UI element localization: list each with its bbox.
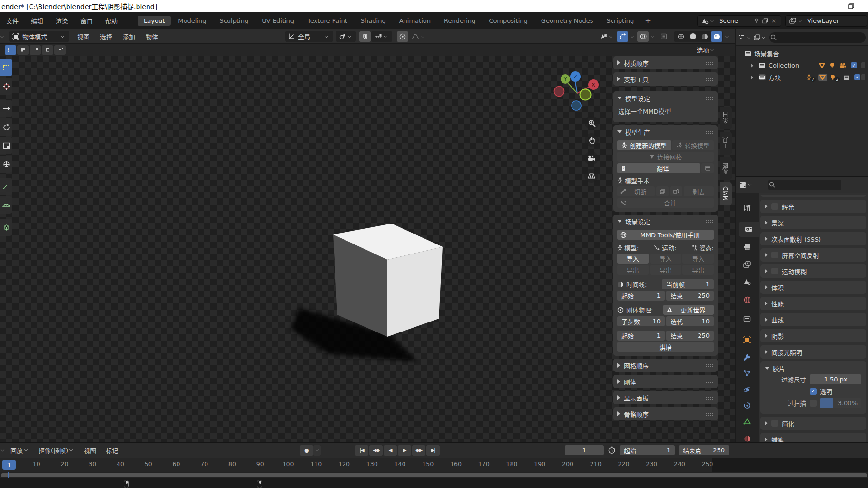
transparent-checkbox[interactable]: ✓: [810, 388, 817, 395]
npanel-tab[interactable]: 工具: [720, 132, 732, 155]
outliner-display-mode-dropdown[interactable]: [739, 32, 752, 43]
cube-checkbox[interactable]: ✓: [854, 74, 860, 80]
mesh-data-icon[interactable]: [819, 63, 825, 68]
topbar-menu-item[interactable]: 编辑: [25, 16, 49, 25]
auto-keyframe-clock-icon[interactable]: [608, 446, 616, 454]
select-mode-invert-button[interactable]: [42, 45, 53, 55]
mmd-manual-button[interactable]: MMD Tools/使用手册: [617, 230, 714, 240]
shading-material-button[interactable]: [699, 31, 710, 42]
tab-constraints[interactable]: [736, 398, 759, 413]
convert-model-button[interactable]: 转换模型: [672, 140, 714, 150]
camera-view-button[interactable]: [584, 151, 598, 165]
gizmo-neg-x-axis[interactable]: [554, 87, 564, 97]
tab-collection[interactable]: [736, 311, 759, 326]
options-dropdown[interactable]: 选项: [697, 45, 715, 54]
properties-panel-row[interactable]: 阴影: [760, 329, 866, 342]
separate-icon-button[interactable]: [670, 186, 682, 196]
npanel-tab[interactable]: 条目: [720, 107, 732, 129]
record-button[interactable]: ●: [300, 445, 313, 456]
pin-icon[interactable]: [752, 17, 761, 25]
workspace-tab[interactable]: Sculpting: [213, 16, 255, 26]
tab-object[interactable]: [736, 332, 759, 347]
filter-size-field[interactable]: 1.50 px: [810, 374, 861, 384]
transport-button[interactable]: ◀: [384, 445, 397, 456]
timeline-ruler[interactable]: 1102030405060708090100110120130140150160…: [0, 458, 868, 472]
playback-menu[interactable]: 回放: [6, 446, 34, 455]
shading-wireframe-button[interactable]: [675, 31, 687, 42]
add-workspace-button[interactable]: +: [641, 17, 655, 25]
mmd-collapsed-panel[interactable]: 变形工具: [613, 72, 718, 86]
panel-header-model-production[interactable]: 模型生产: [617, 127, 714, 137]
pivot-point-dropdown[interactable]: [336, 31, 356, 42]
overscan-slider[interactable]: 3.00%: [820, 398, 861, 408]
drag-dots-icon[interactable]: [706, 78, 714, 81]
translate-button[interactable]: ? 翻译: [617, 163, 700, 173]
expand-icon[interactable]: [751, 64, 754, 68]
shading-dropdown[interactable]: [723, 31, 730, 42]
transport-button[interactable]: |◀: [355, 445, 368, 456]
drag-dots-icon[interactable]: [706, 396, 714, 400]
tool-scale[interactable]: [0, 137, 12, 154]
topbar-menu-item[interactable]: 渲染: [49, 16, 74, 25]
tool-measure[interactable]: [0, 196, 12, 214]
workspace-tab-active[interactable]: Layout: [138, 16, 171, 26]
properties-panel-row[interactable]: 简化: [760, 417, 866, 430]
scene-selector[interactable]: Scene ×: [697, 15, 781, 27]
overscan-checkbox[interactable]: [810, 400, 817, 407]
import-pose-button[interactable]: 导入: [682, 254, 714, 264]
properties-editor-type-dropdown[interactable]: [739, 180, 753, 190]
workspace-tab[interactable]: Shading: [355, 16, 392, 26]
import-model-button[interactable]: 导入: [617, 254, 649, 264]
transport-button[interactable]: ◀◆: [369, 445, 383, 456]
frame-start-field[interactable]: 起始1: [620, 445, 675, 455]
xray-toggle[interactable]: [658, 31, 670, 42]
properties-panel-row[interactable]: 辉光: [760, 200, 866, 213]
properties-search-input[interactable]: [768, 180, 841, 190]
transport-button[interactable]: ▶: [398, 445, 411, 456]
chop-button[interactable]: 切断: [617, 186, 655, 196]
mmd-collapsed-panel[interactable]: 显示面板: [613, 391, 718, 404]
properties-panel-row[interactable]: 间接光照明: [760, 345, 866, 359]
tab-scene[interactable]: [736, 274, 759, 289]
new-scene-icon[interactable]: [761, 17, 769, 25]
snap-target-dropdown[interactable]: [371, 31, 392, 42]
editor-type-chevron-icon[interactable]: [0, 34, 4, 37]
tool-transform[interactable]: [0, 156, 12, 173]
select-mode-intersect-button[interactable]: [54, 45, 66, 55]
proportional-editing-toggle[interactable]: [397, 31, 408, 42]
properties-panel-row[interactable]: 屏幕空间反射: [760, 248, 866, 262]
iterations-field[interactable]: 迭代10: [666, 316, 714, 326]
panel-checkbox[interactable]: [771, 252, 778, 258]
drag-dots-icon[interactable]: [706, 364, 714, 367]
current-frame-field[interactable]: 当前帧1: [662, 279, 714, 289]
panel-header-model-setup[interactable]: 模型设定: [617, 93, 714, 103]
substeps-field[interactable]: 子步数10: [617, 316, 665, 326]
npanel-tab[interactable]: 视图: [720, 157, 732, 180]
transport-button[interactable]: ▶|: [426, 445, 440, 456]
properties-panel-row[interactable]: 景深: [760, 216, 866, 229]
mmd-frame-start-field[interactable]: 起始1: [617, 291, 665, 301]
show-gizmo-toggle[interactable]: [617, 31, 628, 42]
current-frame-badge[interactable]: 1: [2, 460, 16, 470]
npanel-tab-mmd[interactable]: MMD: [720, 182, 732, 205]
transport-button[interactable]: ◆▶: [412, 445, 425, 456]
proportional-falloff-dropdown[interactable]: [409, 31, 428, 42]
gizmo-neg-z-axis[interactable]: [572, 101, 581, 110]
expand-icon[interactable]: [751, 76, 754, 79]
gizmo-neg-y-axis[interactable]: [580, 89, 591, 100]
tool-rotate[interactable]: [0, 118, 12, 136]
transform-orientation-dropdown[interactable]: 全局: [285, 31, 333, 42]
visibility-dropdown[interactable]: [600, 31, 614, 42]
record-options-dropdown[interactable]: [313, 445, 321, 456]
minimize-button[interactable]: —: [817, 1, 831, 11]
tool-select-box[interactable]: [0, 59, 12, 76]
tool-add-cube[interactable]: [0, 219, 12, 236]
pan-button[interactable]: [585, 133, 599, 147]
outliner-row-cube[interactable]: 方块 7 2 ✓: [739, 71, 868, 83]
export-model-button[interactable]: 导出: [617, 265, 649, 275]
physics-start-field[interactable]: 起始1: [617, 331, 665, 341]
collection-checkbox[interactable]: ✓: [851, 62, 857, 68]
create-model-button[interactable]: 创建新的模型: [617, 140, 671, 150]
panel-header-scene-setup[interactable]: 场景设定: [617, 216, 714, 226]
workspace-tab[interactable]: Geometry Nodes: [535, 16, 600, 26]
